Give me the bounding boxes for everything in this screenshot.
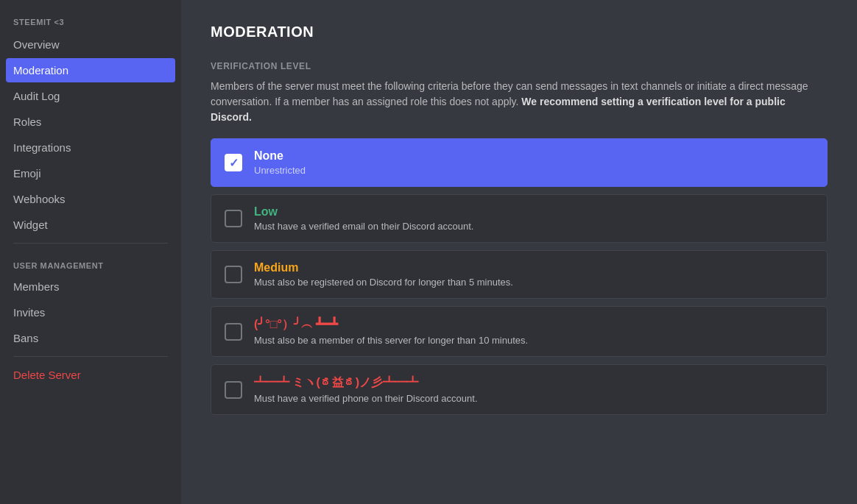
sidebar-divider-2 xyxy=(13,356,168,357)
checkbox-none: ✓ xyxy=(225,154,242,171)
option-content-medium: MediumMust also be registered on Discord… xyxy=(254,261,513,288)
sidebar-item-overview[interactable]: Overview xyxy=(6,32,175,57)
sidebar-item-invites[interactable]: Invites xyxy=(6,300,175,324)
checkbox-very-high: ✓ xyxy=(225,381,242,399)
checkmark-none: ✓ xyxy=(229,156,239,170)
option-name-low: Low xyxy=(254,205,473,219)
option-very-high[interactable]: ✓┻━┻ ミヽ(ಠ益ಠ)ノ彡┻━┻Must have a verified ph… xyxy=(211,364,828,415)
option-name-medium: Medium xyxy=(254,261,513,274)
sidebar-item-roles[interactable]: Roles xyxy=(6,110,175,134)
user-management-label: USER MANAGEMENT xyxy=(6,249,175,274)
section-label: VERIFICATION LEVEL xyxy=(211,61,828,71)
option-content-none: NoneUnrestricted xyxy=(254,149,306,176)
sidebar-item-audit-log[interactable]: Audit Log xyxy=(6,84,175,108)
delete-server-button[interactable]: Delete Server xyxy=(6,363,175,387)
page-title: MODERATION xyxy=(211,24,828,40)
sidebar-item-integrations[interactable]: Integrations xyxy=(6,135,175,160)
option-medium[interactable]: ✓MediumMust also be registered on Discor… xyxy=(211,250,828,299)
option-none[interactable]: ✓NoneUnrestricted xyxy=(211,138,828,187)
checkbox-medium: ✓ xyxy=(225,266,242,283)
option-content-very-high: ┻━┻ ミヽ(ಠ益ಠ)ノ彡┻━┻Must have a verified pho… xyxy=(254,375,478,404)
option-desc-high: Must also be a member of this server for… xyxy=(254,335,528,346)
sidebar-item-widget[interactable]: Widget xyxy=(6,213,175,237)
server-name: STEEMIT <3 xyxy=(6,12,175,32)
main-content: MODERATION VERIFICATION LEVEL Members of… xyxy=(181,0,857,504)
checkbox-low: ✓ xyxy=(225,210,242,227)
option-name-none: None xyxy=(254,149,306,163)
option-desc-medium: Must also be registered on Discord for l… xyxy=(254,277,513,288)
option-high[interactable]: ✓(╯°□°）╯︵ ┻━┻Must also be a member of th… xyxy=(211,306,828,357)
sidebar-divider-1 xyxy=(13,243,168,244)
option-desc-low: Must have a verified email on their Disc… xyxy=(254,221,473,232)
sidebar-item-emoji[interactable]: Emoji xyxy=(6,161,175,185)
section-description: Members of the server must meet the foll… xyxy=(211,79,828,125)
sidebar-item-bans[interactable]: Bans xyxy=(6,326,175,350)
sidebar-item-members[interactable]: Members xyxy=(6,274,175,299)
option-content-high: (╯°□°）╯︵ ┻━┻Must also be a member of thi… xyxy=(254,317,528,346)
option-desc-very-high: Must have a verified phone on their Disc… xyxy=(254,393,478,404)
sidebar-item-webhooks[interactable]: Webhooks xyxy=(6,187,175,211)
option-content-low: LowMust have a verified email on their D… xyxy=(254,205,473,232)
sidebar-item-moderation[interactable]: Moderation xyxy=(6,58,175,82)
option-low[interactable]: ✓LowMust have a verified email on their … xyxy=(211,194,828,243)
option-desc-none: Unrestricted xyxy=(254,165,306,176)
checkbox-high: ✓ xyxy=(225,323,242,341)
option-name-very-high: ┻━┻ ミヽ(ಠ益ಠ)ノ彡┻━┻ xyxy=(254,375,478,391)
option-name-high: (╯°□°）╯︵ ┻━┻ xyxy=(254,317,528,333)
sidebar: STEEMIT <3 OverviewModerationAudit LogRo… xyxy=(0,0,181,504)
